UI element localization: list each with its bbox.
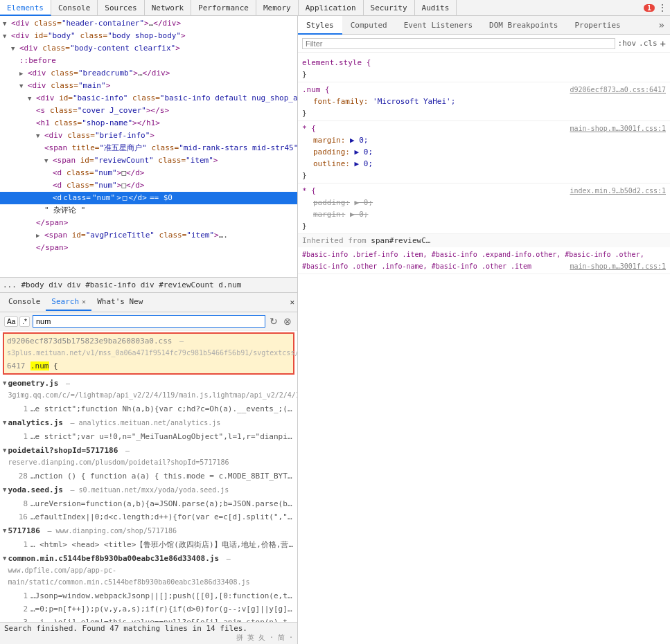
dom-line[interactable]: </span> (0, 242, 297, 254)
dom-line[interactable]: <d class="num">□</d> (0, 179, 297, 192)
result-line-item[interactable]: 1 … <html> <head> <title>【鲁班小馆(政四街店)】电话,… (0, 538, 297, 551)
style-rule-star-2: * { index.min.9…b50d2.css:1 padding: ▶ 0… (298, 184, 670, 234)
style-source-link-inherited[interactable]: main-shop.m…3001f.css:1 (570, 260, 666, 272)
tab-console[interactable]: Console (51, 0, 98, 16)
corner-icons: 拼 英 夂 · 简 · (236, 633, 293, 643)
file-name: poidetail?shopId=5717186 (8, 446, 118, 455)
dom-line[interactable]: <span title="准五星商户" class="mid-rank-star… (0, 142, 297, 154)
class-toggle-button[interactable]: .cls (639, 39, 658, 48)
breadcrumb-item[interactable]: #reviewCount (159, 280, 213, 289)
style-source-link[interactable]: main-shop.m…3001f.css:1 (570, 123, 666, 134)
style-rule-star-1: * { main-shop.m…3001f.css:1 margin: ▶ 0;… (298, 121, 670, 184)
breadcrumb-item[interactable]: d.num (218, 280, 241, 289)
result-line-item[interactable]: 1 …Jsonp=window.webpackJsonp||[];push([[… (0, 589, 297, 602)
search-input[interactable] (33, 315, 265, 328)
search-tabs: Console Search ✕ What's New (3, 294, 148, 311)
result-line-item[interactable]: 1 …e strict";function Nh(a,b){var c;hd?c… (0, 402, 297, 415)
dom-line[interactable]: <span id="avgPriceTitle" class="item">…. (0, 229, 297, 242)
style-rule-inherited: #basic-info .brief-info .item, #basic-in… (298, 247, 670, 274)
breadcrumb-item[interactable]: ... (3, 280, 17, 289)
result-file-geometry[interactable]: ▼ geometry.js — 3gimg.qq.com/c/=/lightma… (0, 376, 297, 402)
regex-button[interactable]: .* (19, 316, 30, 327)
dom-line[interactable]: <div class="brief-info"> (0, 129, 297, 142)
tab-console-bottom[interactable]: Console (3, 294, 46, 311)
dom-line[interactable]: <h1 class="shop-name"></h1> (0, 117, 297, 129)
result-file-yoda[interactable]: ▼ yoda.seed.js — s0.meituan.net/mxx/yoda… (0, 483, 297, 497)
tab-security[interactable]: Security (364, 0, 415, 16)
result-file-5717186[interactable]: ▼ 5717186 — www.dianping.com/shop/571718… (0, 524, 297, 538)
search-refresh-button[interactable]: ↻ (268, 316, 279, 327)
dom-line[interactable]: <s class="cover J_cover"></s> (0, 105, 297, 117)
style-source-link[interactable]: index.min.9…b50d2.css:1 (570, 185, 666, 197)
tab-sources[interactable]: Sources (98, 0, 144, 16)
search-input-row: Aa .* ↻ ⊗ (0, 312, 297, 331)
tab-dom-breakpoints[interactable]: DOM Breakpoints (481, 16, 566, 35)
tab-properties[interactable]: Properties (566, 16, 628, 35)
result-line-item[interactable]: 8 …ureVersion=function(a,b){a=JSON.parse… (0, 497, 297, 510)
breadcrumb-item[interactable]: div (67, 280, 81, 289)
result-line-item[interactable]: 3 …,j--)o[i].elem|=this.value==null?e&&o… (0, 616, 297, 622)
result-line-item[interactable]: 2 …=0;p=n[f++]);p(v,y,a,s);if(r){if(d>0)… (0, 602, 297, 616)
inherited-label: Inherited from span#reviewC… (298, 234, 670, 247)
tab-whats-new[interactable]: What's New (91, 294, 148, 311)
tab-application[interactable]: Application (299, 0, 364, 16)
search-clear-button[interactable]: ⊗ (282, 316, 293, 327)
tab-audits[interactable]: Audits (415, 0, 457, 16)
sub-tabs-more-icon[interactable]: » (653, 16, 670, 35)
breadcrumb-item[interactable]: #basic-info (85, 280, 136, 289)
hover-state-button[interactable]: :hov (618, 39, 637, 48)
match-case-button[interactable]: Aa (4, 316, 18, 327)
styles-content: element.style { } .num { d9206ecf873…a0.… (298, 53, 670, 644)
dom-tree[interactable]: <div class="header-container">…</div> <d… (0, 16, 297, 277)
dom-line[interactable]: <div class="main"> (0, 80, 297, 92)
file-name: yoda.seed.js (8, 485, 62, 494)
tab-event-listeners[interactable]: Event Listeners (396, 16, 481, 35)
dom-line[interactable]: " 杂评论 " (0, 204, 297, 217)
style-source-link[interactable]: d9206ecf873…a0.css:6417 (570, 84, 666, 96)
breadcrumb-item[interactable]: div (141, 280, 155, 289)
style-rule-num: .num { d9206ecf873…a0.css:6417 font-fami… (298, 82, 670, 121)
result-line[interactable]: 6417 .num { (7, 360, 290, 372)
search-close-icon[interactable]: ✕ (82, 295, 86, 309)
result-line-item[interactable]: 28 …nction () { function a(a) { this.mod… (0, 469, 297, 483)
tab-elements[interactable]: Elements (0, 0, 51, 16)
main-layout: <div class="header-container">…</div> <d… (0, 16, 670, 644)
search-close-panel-icon[interactable]: ✕ (290, 298, 294, 307)
styles-filter-input[interactable] (302, 38, 615, 49)
result-line-item[interactable]: 1 …e strict";var u=!0,n="_MeiTuanALogObj… (0, 430, 297, 443)
add-style-rule-button[interactable]: + (660, 38, 666, 49)
result-line-item[interactable]: 16 …efaultIndex||0;d<c.length;d++){for(v… (0, 510, 297, 524)
dom-line[interactable]: <span id="reviewCount" class="item"> (0, 154, 297, 167)
breadcrumb-item[interactable]: div (49, 280, 62, 289)
devtools-menu-icon[interactable]: ⋮ (658, 2, 667, 13)
collapse-icon: ▼ (3, 484, 6, 496)
search-results[interactable]: d9206ecf873d5b175823e9ba260803a0.css — s… (0, 331, 297, 622)
breadcrumb-item[interactable]: #body (21, 280, 44, 289)
dom-line[interactable]: ::before (0, 55, 297, 67)
dom-line[interactable]: </span> (0, 217, 297, 229)
dom-line-selected[interactable]: <d class="num">□</d> == $0 (0, 192, 297, 204)
result-file-common[interactable]: ▼ common.min.c5144bef8b930ba00eabc31e86d… (0, 551, 297, 589)
dom-line[interactable]: <d class="num">□</d> (0, 167, 297, 179)
tab-performance[interactable]: Performance (191, 0, 256, 16)
dom-line[interactable]: <div id="basic-info" class="basic-info d… (0, 92, 297, 105)
search-result-highlighted[interactable]: d9206ecf873d5b175823e9ba260803a0.css — s… (3, 332, 294, 375)
file-url: — www.dianping.com/shop/5717186 (47, 527, 177, 535)
dom-line[interactable]: <div class="header-container">…</div> (0, 17, 297, 30)
inherited-from-link[interactable]: span#reviewC… (371, 236, 430, 245)
search-options: Aa .* (4, 316, 30, 327)
dom-line[interactable]: <div class="body-content clearfix"> (0, 42, 297, 55)
result-file-analytics[interactable]: ▼ analytics.js — analytics.meituan.net/a… (0, 415, 297, 430)
error-count-badge: 1 (644, 4, 655, 12)
line-content: .num { (30, 360, 58, 372)
search-tabs-bar: Console Search ✕ What's New ✕ (0, 292, 297, 312)
tab-search[interactable]: Search ✕ (46, 294, 91, 311)
file-name: common.min.c5144bef8b930ba00eabc31e86d33… (8, 554, 219, 563)
dom-line[interactable]: <div class="breadcrumb">…</div> (0, 67, 297, 80)
dom-line[interactable]: <div id="body" class="body shop-body"> (0, 30, 297, 42)
result-file-poidetail[interactable]: ▼ poidetail?shopId=5717186 — reserve.dia… (0, 443, 297, 469)
tab-network[interactable]: Network (145, 0, 191, 16)
tab-memory[interactable]: Memory (256, 0, 299, 16)
tab-styles[interactable]: Styles (298, 16, 342, 35)
tab-computed[interactable]: Computed (342, 16, 396, 35)
